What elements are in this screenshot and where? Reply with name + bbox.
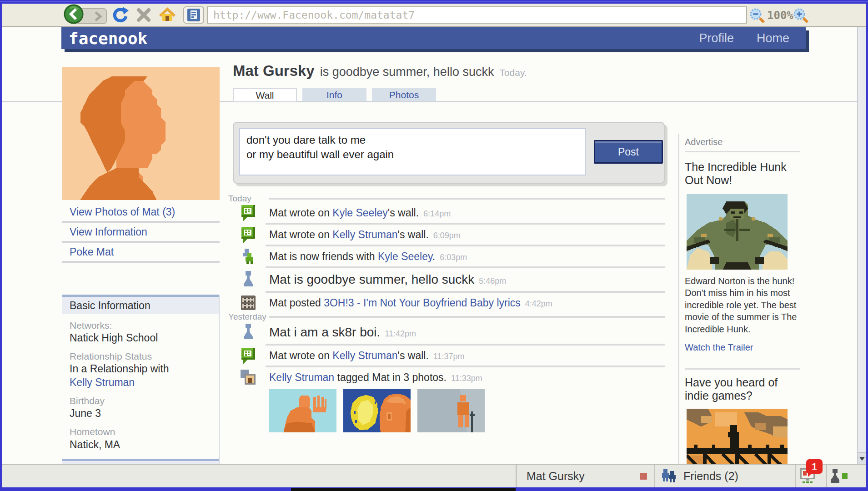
scrollbar[interactable] — [857, 27, 866, 464]
feed-divider — [266, 223, 665, 225]
feed-entry-link[interactable]: Kelly Struman — [269, 371, 334, 383]
notification-badge: 1 — [806, 459, 823, 474]
scroll-down-icon — [859, 457, 865, 461]
tagged-photo-1[interactable] — [269, 389, 336, 432]
feed-entry-text: Mat i am a sk8r boi.11:42pm — [269, 325, 416, 340]
header-nav: ProfileHome — [699, 31, 789, 45]
page-viewport: facenook ProfileHome View Photos of Mat … — [2, 27, 866, 464]
tab-wall[interactable]: Wall — [233, 88, 297, 101]
site-icon-glyph — [187, 8, 201, 22]
feed-timestamp: 11:37pm — [433, 352, 465, 361]
profile-status-time: Today. — [499, 67, 527, 78]
feed-entry-link[interactable]: Kelly Struman — [332, 229, 397, 240]
feed-group-rule — [269, 316, 665, 318]
status-bar: Mat Gursky Friends (2) — [2, 464, 866, 487]
refresh-button[interactable] — [111, 6, 129, 24]
chat-tab-mat-gursky[interactable]: Mat Gursky — [527, 465, 585, 487]
friends-icon[interactable] — [662, 468, 678, 484]
feed-timestamp: 11:33pm — [451, 374, 482, 383]
statusbar-divider — [826, 465, 827, 487]
feed-divider — [266, 366, 665, 367]
url-text: http://www.Facenook.com/matatat7 — [208, 9, 415, 21]
post-button[interactable]: Post — [594, 140, 663, 164]
sidebar-links: View Photos of Mat (3)View InformationPo… — [62, 203, 220, 263]
friends-tab[interactable]: Friends (2) — [683, 465, 738, 487]
feed-divider — [266, 344, 665, 346]
window-top-border — [0, 1, 868, 2]
zoom-in-button[interactable] — [793, 7, 809, 24]
tab-photos[interactable]: Photos — [372, 88, 436, 101]
address-bar[interactable]: http://www.Facenook.com/matatat7 — [207, 6, 747, 24]
basic-info-fields: Networks:Natick High SchoolRelationship … — [62, 320, 219, 451]
info-field-value: June 3 — [70, 407, 219, 421]
view-information-link[interactable]: View Information — [70, 226, 147, 238]
back-icon — [63, 4, 84, 25]
feed-entry: Mat is now friends with Kyle Seeley.6:03… — [233, 248, 665, 265]
advertise-label: Advertise — [685, 137, 802, 147]
feed-divider — [266, 291, 665, 293]
feed-entry-link[interactable]: 3OH!3 - I'm Not Your Boyfriend Baby lyri… — [324, 297, 521, 309]
feed-entry: Mat wrote on Kelly Struman's wall.11:37p… — [233, 347, 665, 364]
user-presence-icon[interactable] — [829, 468, 849, 485]
ad1-title: The Incredible Hunk Out Now! — [685, 160, 797, 187]
feed-entry: Mat wrote on Kyle Seeley's wall.6:14pm — [233, 205, 665, 221]
feed-group-row: Yesterday — [233, 312, 665, 321]
info-field-label: Networks: — [70, 320, 219, 331]
feed: TodayMat wrote on Kyle Seeley's wall.6:1… — [233, 193, 665, 432]
view-photos-link[interactable]: View Photos of Mat (3) — [70, 206, 175, 218]
poke-link[interactable]: Poke Mat — [70, 246, 114, 258]
feed-entry-segment: Mat wrote on — [269, 229, 332, 240]
feed-entry-text: Mat wrote on Kyle Seeley's wall.6:14pm — [269, 207, 451, 219]
tab-info[interactable]: Info — [302, 88, 366, 101]
info-field-value: Natick High School — [70, 331, 219, 345]
feed-timestamp: 6:09pm — [433, 231, 461, 240]
back-button[interactable] — [63, 4, 84, 25]
feed-entry-text: Mat wrote on Kelly Struman's wall.6:09pm — [269, 229, 461, 241]
feed-timestamp: 5:46pm — [479, 276, 506, 286]
profile-name: Mat Gursky — [233, 62, 315, 80]
info-field-label: Birthday — [70, 395, 219, 407]
feed-group-label: Yesterday — [228, 312, 264, 322]
info-field-link[interactable]: Kelly Struman — [70, 376, 219, 390]
tagged-photo-2[interactable] — [343, 389, 411, 432]
feed-entry-link[interactable]: Kelly Struman — [332, 350, 397, 361]
feed-group-rule — [269, 198, 665, 200]
scroll-down-button[interactable] — [858, 452, 866, 464]
stop-icon — [135, 6, 152, 24]
nav-profile[interactable]: Profile — [699, 31, 734, 45]
feed-group-row: Today — [233, 194, 665, 203]
status-icon — [240, 271, 256, 288]
feed-entry-text: Mat is goodbye summer, hello suckk5:46pm — [269, 272, 506, 287]
feed-entry-segment: Mat is now friends with — [269, 251, 378, 262]
feed-entry-link[interactable]: Kyle Seeley — [378, 251, 432, 262]
feed-entry-text: Kelly Struman tagged Mat in 3 photos.11:… — [269, 371, 482, 384]
feed-entry: Mat i am a sk8r boi.11:42pm — [233, 323, 665, 342]
feed-divider — [266, 245, 665, 246]
nav-home[interactable]: Home — [757, 31, 789, 45]
sidebar-link-row: Poke Mat — [62, 243, 220, 263]
profile-status-text: is goodbye summer, hello suckk — [320, 65, 494, 79]
zoom-out-button[interactable] — [749, 7, 766, 24]
wall-post-input[interactable]: don't you dare talk to me or my beautifu… — [239, 128, 586, 175]
feed-entry-segment: 's wall. — [388, 207, 419, 219]
feed-group-label: Today — [228, 194, 264, 204]
wall-post-icon — [240, 226, 256, 243]
feed-divider — [266, 266, 665, 268]
statusbar-divider — [795, 465, 796, 487]
away-status-square — [640, 473, 647, 480]
watch-trailer-link[interactable]: Watch the Trailer — [685, 342, 802, 353]
tagged-photo-3[interactable] — [417, 389, 485, 432]
stop-button[interactable] — [135, 6, 152, 24]
feed-timestamp: 6:03pm — [440, 253, 467, 262]
statusbar-divider — [516, 465, 517, 487]
sidebar-link-row: View Information — [62, 223, 220, 243]
basic-info-title: Basic Information — [62, 295, 219, 314]
home-button[interactable] — [159, 6, 176, 24]
feed-entry-link[interactable]: Kyle Seeley — [332, 207, 387, 219]
wall-post-icon — [240, 204, 256, 221]
ad-divider — [685, 368, 800, 370]
feed-entry: Kelly Struman tagged Mat in 3 photos.11:… — [233, 369, 665, 386]
feed-timestamp: 6:14pm — [423, 209, 451, 218]
profile-picture — [62, 67, 220, 200]
tagged-photos-row — [269, 389, 665, 432]
